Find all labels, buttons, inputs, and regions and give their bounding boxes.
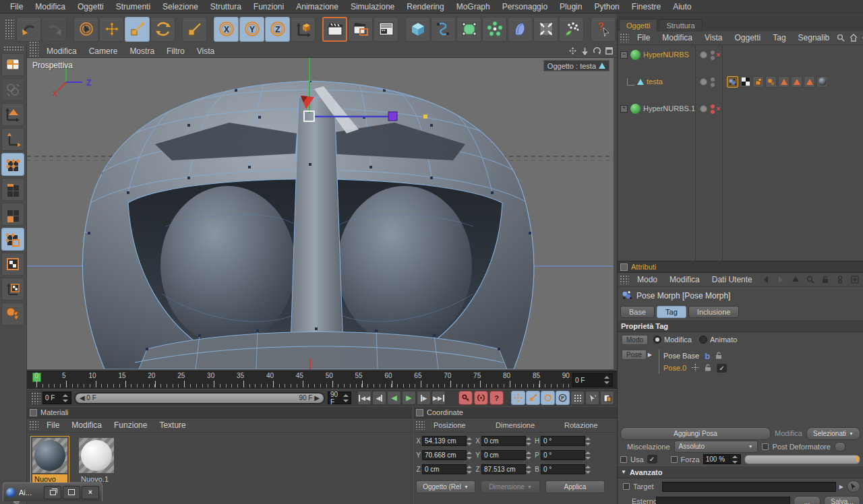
field-spinner[interactable] (526, 466, 532, 474)
tab-base[interactable]: Base (620, 306, 655, 318)
render-dot[interactable] (711, 56, 715, 60)
menu-item[interactable]: Struttura (204, 0, 247, 13)
record-rotation-button[interactable] (541, 391, 555, 405)
apply-button[interactable]: Applica (545, 480, 605, 493)
render-region-button[interactable] (348, 17, 373, 42)
radio-option[interactable]: Animato (699, 336, 737, 344)
tab-struttura[interactable]: Struttura (659, 19, 702, 32)
editor-dot[interactable] (711, 104, 715, 108)
radio-icon[interactable] (653, 336, 661, 344)
transport-grip[interactable] (31, 392, 40, 404)
history-forward-icon[interactable] (775, 274, 786, 285)
record-scale-button[interactable] (526, 391, 540, 405)
keyframe-selection-button[interactable]: ? (489, 391, 504, 405)
attr-menu-item[interactable]: Dati Utente (706, 273, 758, 286)
last-tool-button[interactable] (182, 17, 207, 42)
menu-item[interactable]: Personaggio (496, 0, 554, 13)
menu-item[interactable]: Finestre (626, 0, 667, 13)
mode-button[interactable]: Modo (622, 335, 648, 345)
materials-menu-item[interactable]: Modifica (65, 418, 108, 432)
pose-morph-tag-icon[interactable] (727, 76, 738, 88)
om-menu-item[interactable]: Vista (698, 31, 728, 44)
viewport[interactable]: Z X Prospettiva Oggetto : testa (27, 58, 614, 369)
goto-end-button[interactable]: ▶▶ (432, 391, 446, 405)
goto-start-button[interactable]: ◀◀ (357, 391, 371, 405)
use-check[interactable]: ✓ (647, 455, 657, 464)
pose-0-row[interactable]: Pose.0 ✓ (663, 362, 727, 374)
autokey-selection-button[interactable] (585, 391, 599, 405)
attributes-titlebar[interactable]: Attributi (618, 261, 863, 273)
record-keyframe-button[interactable] (458, 391, 473, 405)
viewport-menu-item[interactable]: Camere (83, 44, 124, 58)
zoom-view-icon[interactable] (579, 46, 590, 57)
polygon-mode-button[interactable] (1, 203, 24, 226)
add-panel-icon[interactable] (850, 274, 860, 285)
strength-checkbox[interactable] (671, 456, 678, 463)
points-tag-icon[interactable] (765, 76, 777, 88)
viewport-menu-item[interactable]: Modifica (40, 44, 83, 58)
tree-row-testa[interactable]: testa (618, 75, 863, 88)
materials-menu-item[interactable]: File (40, 418, 65, 432)
lock-icon[interactable] (705, 364, 711, 373)
target-checkbox[interactable] (623, 483, 630, 490)
lock-z-axis-button[interactable]: Z (265, 17, 290, 42)
previous-frame-button[interactable]: ◀ (372, 391, 386, 405)
size-value-field[interactable]: 87.513 cm (481, 464, 526, 474)
edge-mode-button[interactable] (1, 178, 24, 201)
autokey-button[interactable] (474, 391, 488, 405)
polygon-selection-tag-icon[interactable] (791, 76, 802, 88)
generator-disabled-icon[interactable]: × (716, 104, 720, 113)
collapse-arrow-icon[interactable]: ▼ (621, 469, 626, 475)
materials-menu-item[interactable]: Texture (153, 418, 191, 432)
viewport-menu-item[interactable]: Filtro (160, 44, 191, 58)
pose-enabled-check[interactable]: ✓ (717, 364, 727, 373)
hypernurbs-object-icon[interactable] (630, 104, 641, 114)
menu-item[interactable]: Strumenti (110, 0, 156, 13)
material-item[interactable]: Nuovo (31, 437, 69, 484)
coordinate-system-button[interactable] (291, 17, 316, 42)
tree-row-hypernurbs[interactable]: − HyperNURBS × (618, 48, 863, 61)
pose-name[interactable]: Pose Base (663, 352, 699, 360)
strength-spinner[interactable] (732, 455, 738, 464)
field-spinner[interactable] (585, 437, 591, 445)
menu-item[interactable]: Aiuto (667, 0, 697, 13)
size-value-field[interactable]: 0 cm (481, 436, 526, 446)
viewport-menu-item[interactable]: Vista (191, 44, 220, 58)
field-spinner[interactable] (526, 437, 532, 445)
layout-button[interactable] (600, 391, 614, 405)
save-button[interactable]: Salva... (824, 496, 860, 504)
selected-dropdown[interactable]: Selezionati▼ (806, 427, 860, 440)
coordinates-grip[interactable] (415, 420, 425, 430)
tag-properties-header[interactable]: Proprietà Tag (618, 319, 863, 332)
visibility-dot[interactable] (700, 51, 707, 59)
object-axis-mode-button[interactable] (1, 128, 24, 151)
pose-name[interactable]: Pose.0 (663, 364, 686, 372)
render-settings-button[interactable] (374, 17, 398, 42)
attr-menu-item[interactable]: Modo (631, 273, 663, 286)
render-view-button[interactable] (322, 17, 347, 42)
next-frame-button[interactable]: ▶ (417, 391, 431, 405)
editor-dot[interactable] (711, 51, 715, 55)
coordinate-mode-select[interactable]: Oggetto (Rel▼ (416, 480, 475, 493)
timeline-ruler[interactable]: 051015202530354045505560657075808590 0 F (27, 371, 617, 389)
om-menu-item[interactable]: Segnalib (792, 31, 836, 44)
add-array-button[interactable] (482, 17, 507, 42)
attr-menu-item[interactable]: Modifica (663, 273, 706, 286)
menu-item[interactable]: Simulazione (345, 0, 400, 13)
rotation-value-field[interactable]: 0 ° (541, 464, 585, 474)
post-deformer-checkbox[interactable] (762, 443, 769, 450)
browse-button[interactable]: ... (794, 496, 821, 504)
minimized-window-titlebar[interactable]: Ai... × (3, 482, 102, 501)
points-mode-button[interactable] (1, 153, 24, 176)
add-spline-button[interactable] (431, 17, 456, 42)
radio-option[interactable]: Modifica (653, 336, 692, 344)
field-spinner[interactable] (467, 437, 473, 445)
object-name[interactable]: testa (647, 77, 663, 86)
field-spinner[interactable] (585, 466, 591, 474)
post-deformer-toggle[interactable] (835, 442, 845, 451)
object-name[interactable]: HyperNURBS.1 (643, 104, 695, 113)
maximize-button[interactable] (63, 486, 80, 499)
menu-item[interactable]: Animazione (290, 0, 345, 13)
om-menu-item[interactable]: Modifica (656, 31, 698, 44)
character-tag-icon[interactable] (752, 76, 764, 88)
